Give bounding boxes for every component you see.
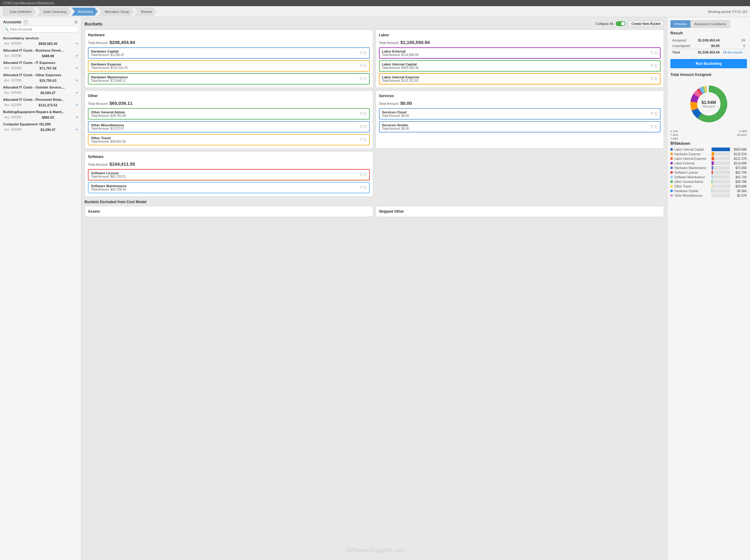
filter-icon[interactable]: ▽ [360,77,362,81]
account-group-name: Allocated IT Costs - Business Devel... [0,47,81,53]
filter-icon[interactable]: ▽ [360,185,362,190]
bucket-item-icons: ▽ ⓘ [360,64,367,68]
filter-icon[interactable]: ▽ [650,124,653,129]
bucket-item: Labor External Total Amount: $114,595.06… [379,47,661,59]
breakdown-bar-wrapper [712,166,730,169]
filter-icon[interactable]: ▽ [360,112,362,116]
bucket-total-amount: $208,454.84 [109,40,135,45]
breakdown-bar-wrapper [712,180,730,183]
filter-icon[interactable]: ▽ [650,51,653,55]
bucket-item-name: Software Maintenance [91,184,127,188]
donut-chart: $1.54M Allocated [684,79,733,128]
filter-icon[interactable]: ▽ [650,77,653,81]
account-amount: $929,583.36 [38,42,57,45]
breakdown-bar [712,180,712,183]
list-icon[interactable]: ≡ [76,127,78,132]
breakdown-value: $929.58K [732,148,747,151]
breakdown-bar-wrapper [712,175,730,179]
excluded-card-name: Skipped Other [379,209,661,214]
bucket-item-icons: ▽ ⓘ [650,124,657,129]
breakdown-dot [670,176,673,178]
filter-icon[interactable]: ▽ [360,51,362,55]
breakdown-name: Hardware Expense [674,153,710,156]
account-group-name: Building/Equipment Repairs & Maint... [0,108,81,114]
create-bucket-button[interactable]: Create New Bucket [628,20,664,27]
breakdown-value: $121.37K [732,157,747,160]
list-icon[interactable]: ≡ [76,103,78,107]
bucket-item-amount: Total Amount: $28,781.89 [91,114,126,117]
list-icon[interactable]: ≡ [76,78,78,83]
bucket-name: Labor [379,33,389,37]
collapse-toggle[interactable] [616,21,626,26]
filter-icon[interactable]: ▽ [650,112,653,116]
filter-icon[interactable]: ▽ [360,137,362,142]
bucket-item-name: Hardware Expense [91,62,127,66]
info-icon[interactable]: ⓘ [363,185,367,190]
filter-icon[interactable]: ▽ [360,64,362,68]
bucket-item-name: Software License [91,171,126,175]
excluded-title: Buckets Excluded from Cost Model [84,200,664,204]
nav-step-bucketing[interactable]: Bucketing [72,8,98,16]
filter-icon[interactable]: ▽ [360,124,362,129]
bucket-item-icons: ▽ ⓘ [360,77,367,81]
nav-bar: Data DefinitionData CleansingBucketingAl… [0,6,750,17]
account-amount: $71,767.58 [39,66,56,70]
list-icon[interactable]: ≡ [76,54,78,58]
info-icon[interactable]: ⓘ [363,124,367,129]
bucket-item: Software Maintenance Total Amount: $41,7… [88,182,370,193]
run-bucketing-button[interactable]: Run Bucketing [670,59,747,68]
result-title: Result [670,31,747,35]
info-icon[interactable]: ⓘ [654,77,657,81]
bucket-item-name: Other Travel [91,136,126,140]
donut-center: $1.54M Allocated [702,100,716,108]
account-number: Acc. 633000 [4,128,21,131]
account-number: Acc. 630350 [4,116,21,119]
bucket-item-icons: ▽ ⓘ [360,173,367,177]
info-icon[interactable]: ⓘ [654,51,657,55]
account-row: Acc. 630350 $880.53 ≡ [0,114,81,120]
bucket-item: Hardware Capital Total Amount: $3,296.47… [88,47,370,59]
info-icon[interactable]: ⓘ [363,137,367,142]
bucket-card: Labor Total Amount: $1,165,550.94 Labor … [376,29,664,88]
nav-step-data-definition[interactable]: Data Definition [3,8,36,16]
nav-step-allocation-setup[interactable]: Allocation Setup [98,8,134,16]
info-icon[interactable]: ⓘ [363,51,367,55]
panel-tab-advanced-conditions[interactable]: Advanced Conditions [690,20,730,28]
bucket-item: Services Cloud Total Amount: $0.00 ▽ ⓘ [379,108,661,120]
breakdown-dot [670,148,673,151]
filter-icon[interactable]: ▽ [650,64,653,68]
bucket-items: Labor External Total Amount: $114,595.06… [379,47,661,84]
help-icon[interactable]: ? [24,20,28,25]
info-icon[interactable]: ⓘ [654,64,657,68]
filter-icon[interactable]: ▽ [360,173,362,177]
info-icon[interactable]: ⓘ [363,77,367,81]
bucket-item-icons: ▽ ⓘ [360,137,367,142]
breakdown-dot [670,162,673,164]
collapse-all-label: Collapse All [596,22,613,25]
bucket-card: Hardware Total Amount: $208,454.84 Hardw… [84,29,373,88]
breakdown-item: Software Maintenance $41.71K [670,175,747,179]
gear-icon[interactable]: ⚙ [74,20,78,25]
search-input[interactable] [2,26,79,33]
info-icon[interactable]: ⓘ [363,112,367,116]
donut-label: Allocated [702,105,716,108]
list-icon[interactable]: ≡ [76,91,78,95]
nav-step-data-cleansing[interactable]: Data Cleansing [37,8,71,16]
info-icon[interactable]: ⓘ [654,112,657,116]
info-icon[interactable]: ⓘ [363,64,367,68]
right-panel: PreviewAdvanced Conditions Result Assign… [667,17,750,560]
list-icon[interactable]: ≡ [76,115,78,120]
bucket-name: Hardware [88,33,105,37]
app-title: ITFM Cost Allocations Workbench [3,1,54,5]
breakdown-items: Labor Internal Capital $929.58K Hardware… [670,147,747,197]
breakdown-value: $132.51K [732,153,747,156]
list-icon[interactable]: ≡ [76,41,78,46]
info-icon[interactable]: ⓘ [654,124,657,129]
panel-tab-preview[interactable]: Preview [670,20,690,28]
info-icon[interactable]: ⓘ [363,173,367,177]
list-icon[interactable]: ≡ [76,66,78,71]
total-assigned-title: Total Amount Assigned [670,73,747,77]
account-amount: $6,584.27 [41,91,56,95]
breakdown-item: Other Miscellaneous $2.57K [670,194,747,197]
nav-step-review[interactable]: Review [134,8,157,16]
